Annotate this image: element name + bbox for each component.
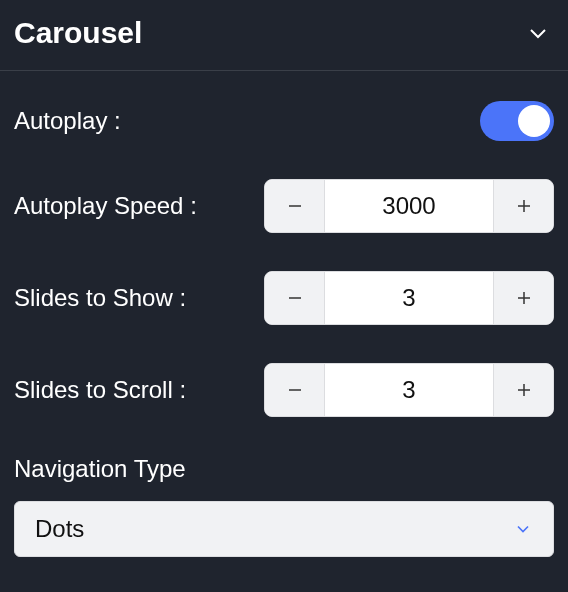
slides-to-scroll-increment[interactable] bbox=[493, 364, 553, 416]
slides-to-scroll-row: Slides to Scroll : 3 bbox=[14, 363, 554, 417]
autoplay-speed-row: Autoplay Speed : 3000 bbox=[14, 179, 554, 233]
minus-icon bbox=[286, 381, 304, 399]
autoplay-speed-increment[interactable] bbox=[493, 180, 553, 232]
plus-icon bbox=[515, 197, 533, 215]
collapse-chevron-icon[interactable] bbox=[526, 21, 550, 45]
slides-to-show-row: Slides to Show : 3 bbox=[14, 271, 554, 325]
autoplay-speed-value[interactable]: 3000 bbox=[325, 180, 493, 232]
autoplay-speed-stepper: 3000 bbox=[264, 179, 554, 233]
slides-to-show-label: Slides to Show : bbox=[14, 284, 186, 312]
autoplay-toggle[interactable] bbox=[480, 101, 554, 141]
slides-to-show-increment[interactable] bbox=[493, 272, 553, 324]
slides-to-show-stepper: 3 bbox=[264, 271, 554, 325]
autoplay-speed-decrement[interactable] bbox=[265, 180, 325, 232]
navigation-type-selected: Dots bbox=[35, 515, 84, 543]
slides-to-scroll-label: Slides to Scroll : bbox=[14, 376, 186, 404]
autoplay-speed-label: Autoplay Speed : bbox=[14, 192, 197, 220]
navigation-type-label: Navigation Type bbox=[14, 455, 554, 483]
panel-body: Autoplay : Autoplay Speed : 3000 Slides … bbox=[0, 71, 568, 571]
slides-to-show-value[interactable]: 3 bbox=[325, 272, 493, 324]
plus-icon bbox=[515, 289, 533, 307]
slides-to-scroll-value[interactable]: 3 bbox=[325, 364, 493, 416]
autoplay-label: Autoplay : bbox=[14, 107, 121, 135]
chevron-down-icon bbox=[513, 519, 533, 539]
slides-to-scroll-decrement[interactable] bbox=[265, 364, 325, 416]
toggle-knob bbox=[518, 105, 550, 137]
slides-to-scroll-stepper: 3 bbox=[264, 363, 554, 417]
panel-title: Carousel bbox=[14, 16, 142, 50]
minus-icon bbox=[286, 289, 304, 307]
autoplay-row: Autoplay : bbox=[14, 101, 554, 141]
minus-icon bbox=[286, 197, 304, 215]
panel-header: Carousel bbox=[0, 0, 568, 71]
plus-icon bbox=[515, 381, 533, 399]
slides-to-show-decrement[interactable] bbox=[265, 272, 325, 324]
navigation-type-select[interactable]: Dots bbox=[14, 501, 554, 557]
